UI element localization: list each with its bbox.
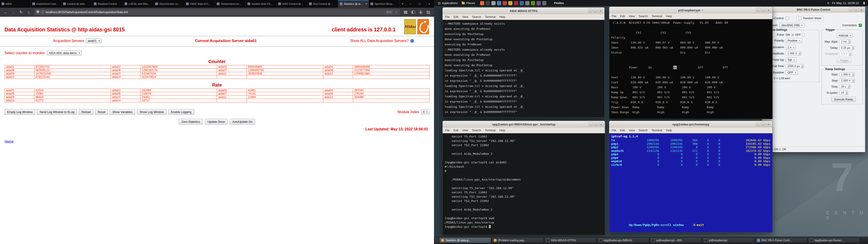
forward-button[interactable]: → — [10, 9, 17, 16]
pulse-top-select[interactable]: Tail▾ — [786, 58, 796, 62]
window-titlebar[interactable]: pi@raspberrypi: ~ – □ × — [609, 7, 772, 13]
close-icon[interactable]: × — [598, 8, 603, 13]
execute-ramp-button[interactable]: Execute Ramp — [831, 97, 856, 102]
page-button[interactable]: AutoUpdate On — [230, 119, 255, 124]
maximize-icon[interactable]: □ — [594, 122, 598, 126]
browser-tab[interactable]: Experiment Cont... — [31, 0, 61, 8]
url-text[interactable]: localhost:8015/DataAcquisitionControl/Da… — [46, 10, 383, 14]
terminal-launcher-icon[interactable] — [486, 1, 490, 5]
taskbar-button[interactable]: pi@raspberrypi --/BN... — [650, 238, 702, 243]
taskbar-button[interactable]: AIDA MIDAS HTTPd — [545, 238, 596, 243]
minimize-icon[interactable]: – — [849, 7, 853, 12]
app-launcher-icon-grey[interactable] — [525, 1, 529, 5]
bookmark-star-icon[interactable]: ☆ — [395, 10, 398, 14]
browser-tab[interactable]: Discriminator co... — [154, 0, 184, 8]
maximize-icon[interactable]: □ — [761, 8, 766, 12]
random-mode-control[interactable]: Random Mode — [796, 16, 824, 21]
attenuation-select[interactable]: 1 x▾ — [786, 45, 796, 50]
browser-tab[interactable]: Control @ aida... — [61, 0, 92, 8]
url-bar[interactable]: i localhost:8015/DataAcquisitionControl/… — [34, 9, 400, 16]
close-icon[interactable]: × — [767, 122, 771, 126]
menu-item-terminal[interactable]: Terminal — [651, 15, 662, 18]
menu-item-view[interactable]: View — [629, 129, 635, 132]
trigger-source-select[interactable]: Internal▾ — [837, 33, 852, 38]
connection-checkbox[interactable] — [859, 24, 862, 27]
menu-item-view[interactable]: View — [462, 129, 468, 132]
menu-item-search[interactable]: Search — [472, 129, 481, 132]
ramp-ncycles-spinbox[interactable]: 10▲▼ — [839, 91, 848, 95]
page-button[interactable]: Enable Logging — [168, 109, 194, 115]
home-link[interactable]: Home — [4, 140, 13, 143]
delay-spinbox[interactable]: 0.25 μs▲▼ — [839, 46, 854, 50]
trigger-button[interactable]: Trigger — [837, 58, 851, 63]
polarity-select[interactable]: Positive▾ — [786, 38, 802, 43]
minimize-icon[interactable]: – — [589, 122, 593, 126]
menu-item-file[interactable]: File — [445, 129, 450, 132]
threshold-spinbox[interactable]: 3.5 V▲▼ — [839, 52, 851, 56]
menu-item-terminal[interactable]: Terminal — [651, 129, 662, 132]
menu-item-help[interactable]: Help — [666, 15, 672, 18]
ramp-start-spinbox[interactable]: 1.000 V▲▼ — [839, 72, 855, 77]
module-index-select[interactable]: 0▾ — [421, 110, 430, 114]
close-icon[interactable]: × — [859, 7, 864, 12]
page-button[interactable]: Reload — [79, 109, 93, 115]
browser-tab[interactable]: Temperature an... — [215, 0, 246, 8]
taskbar-button[interactable]: Statistics @ aida-g... — [439, 238, 491, 243]
browser-tab[interactable]: AIDA — [0, 0, 31, 8]
home-button[interactable]: ⌂ — [25, 9, 32, 16]
app-launcher-icon-blue[interactable] — [520, 1, 524, 5]
menu-item-help[interactable]: Help — [499, 16, 505, 19]
page-button[interactable]: Update Once — [205, 119, 228, 124]
fall-time-spinbox[interactable]: 1000.0 μs▲▼ — [786, 64, 804, 68]
browser-tab[interactable]: Run Control @ ... — [307, 0, 338, 8]
page-button[interactable]: Show Log Window — [137, 109, 166, 115]
files-launcher-icon[interactable] — [497, 1, 501, 5]
taskbar-button[interactable]: npg@aidas-gsi:/home/... — [808, 238, 860, 243]
back-button[interactable]: ← — [2, 9, 9, 16]
editor-launcher-icon[interactable] — [491, 1, 495, 5]
browser-tab[interactable]: System wide Ch... — [246, 0, 277, 8]
page-button[interactable]: Zero Statistics — [179, 119, 203, 124]
menu-item-help[interactable]: Help — [499, 129, 505, 132]
pulse-off-radio[interactable] — [802, 33, 805, 36]
menu-item-file[interactable]: File — [612, 129, 616, 132]
acquisition-server-select[interactable]: aida01▾ — [86, 38, 101, 43]
menu-item-search[interactable]: Search — [472, 16, 481, 19]
pulse-on-radio[interactable] — [791, 33, 794, 36]
menu-item-edit[interactable]: Edit — [454, 16, 458, 19]
menu-item-edit[interactable]: Edit — [454, 129, 458, 132]
account-icon[interactable] — [419, 10, 423, 14]
reload-button[interactable]: ↻ — [18, 9, 24, 16]
maximize-icon[interactable]: □ — [854, 7, 858, 12]
ramp-time-spinbox[interactable]: 30 s▲▼ — [839, 85, 850, 89]
menu-item-view[interactable]: View — [629, 15, 635, 18]
maximize-icon[interactable]: □ — [761, 122, 766, 126]
random-mode-checkbox[interactable] — [798, 17, 802, 20]
menu-item-edit[interactable]: Edit — [620, 129, 625, 132]
network-icon[interactable]: ⇅ — [827, 2, 829, 5]
app-launcher-icon-crimson[interactable] — [514, 1, 518, 5]
browser-tab[interactable]: Readout Control — [92, 0, 123, 8]
zoom-level[interactable]: 90% — [385, 10, 393, 14]
manual-control-checkbox[interactable] — [786, 17, 789, 20]
focused-app-name[interactable]: Firefox — [554, 1, 564, 5]
page-button[interactable]: Show Variables — [110, 109, 135, 115]
bnc-titlebar[interactable]: BNC PB-5 Pulser Control – □ × — [762, 7, 865, 13]
applications-menu[interactable]: Applications — [436, 0, 460, 6]
new-tab-button[interactable]: + — [400, 0, 405, 8]
library-icon[interactable] — [404, 11, 407, 14]
page-button[interactable]: Empty Log Window — [4, 109, 35, 115]
volume-icon[interactable] — [862, 2, 865, 4]
menu-item-help[interactable]: Help — [666, 129, 672, 132]
page-button[interactable]: Reset — [95, 109, 108, 115]
show-desktop-button[interactable] — [435, 238, 438, 243]
maximize-icon[interactable]: □ — [593, 8, 598, 13]
taskbar-button[interactable]: npg@aidas-gsi:/MIDAS... — [597, 238, 649, 243]
menu-item-edit[interactable]: Edit — [620, 15, 625, 18]
browser-tab[interactable]: Spectrum Brow... — [369, 0, 400, 8]
minimize-icon[interactable]: – — [588, 8, 592, 13]
menu-item-search[interactable]: Search — [639, 129, 648, 132]
menu-item-view[interactable]: View — [462, 16, 468, 19]
app-launcher-icon-red[interactable] — [503, 1, 507, 5]
ramp-stop-spinbox[interactable]: 2.000 V▲▼ — [839, 79, 855, 83]
